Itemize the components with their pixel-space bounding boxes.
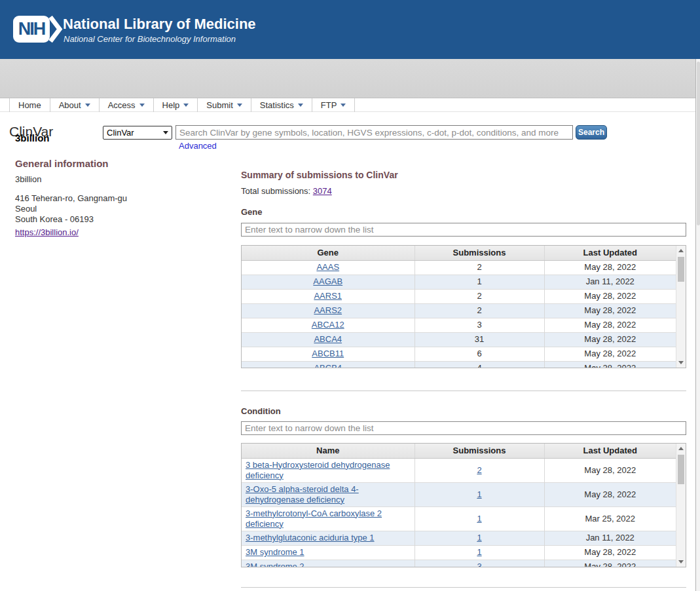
cell: 1 <box>414 545 544 560</box>
cell: ABCB11 <box>242 347 414 361</box>
table-row: 3-Oxo-5 alpha-steroid delta 4-dehydrogen… <box>242 482 676 506</box>
nav-item-help[interactable]: Help <box>154 98 198 112</box>
table-row: 3 beta-Hydroxysteroid dehydrogenase defi… <box>242 458 676 482</box>
table-row: AAGAB1Jan 11, 2022 <box>242 275 676 289</box>
cell: 2 <box>414 260 544 275</box>
nlm-header: NIH National Library of Medicine Nationa… <box>0 0 700 59</box>
gene-link[interactable]: ABCA4 <box>314 334 342 344</box>
condition-link[interactable]: 3-methylcrotonyl-CoA carboxylase 2 defic… <box>246 508 382 529</box>
nav-item-home[interactable]: Home <box>10 98 50 112</box>
scroll-down-icon[interactable] <box>676 557 686 567</box>
advanced-search-link[interactable]: Advanced <box>179 141 217 151</box>
search-input[interactable] <box>175 125 573 140</box>
cell: 1 <box>414 482 544 506</box>
cell: ABCA12 <box>242 318 414 332</box>
cell: 1 <box>414 531 544 545</box>
cell: 6 <box>414 347 544 361</box>
page-title: 3billion <box>15 132 50 143</box>
condition-table: Name Submissions Last Updated 3 beta-Hyd… <box>241 443 686 567</box>
cell: 3 beta-Hydroxysteroid dehydrogenase defi… <box>242 458 414 482</box>
cell: May 28, 2022 <box>544 332 676 347</box>
scrollbar-thumb[interactable] <box>697 62 700 225</box>
submission-count-link[interactable]: 1 <box>477 547 481 557</box>
table-row: ABCB44May 28, 2022 <box>242 361 676 368</box>
scroll-up-icon[interactable] <box>676 444 686 453</box>
cell: 2 <box>414 458 544 482</box>
gene-link[interactable]: AARS2 <box>314 305 342 315</box>
cell: 3-Oxo-5 alpha-steroid delta 4-dehydrogen… <box>242 482 414 506</box>
scroll-up-icon[interactable] <box>676 246 686 256</box>
submission-count-link[interactable]: 1 <box>477 514 481 524</box>
cell: May 28, 2022 <box>544 458 676 482</box>
nav-item-submit[interactable]: Submit <box>198 98 251 112</box>
cell: 2 <box>414 289 544 303</box>
page-scrollbar[interactable] <box>695 59 700 591</box>
condition-filter-input[interactable] <box>241 421 686 435</box>
table-row: ABCA123May 28, 2022 <box>242 318 676 332</box>
nlm-title[interactable]: National Library of Medicine <box>63 16 256 33</box>
gene-link[interactable]: AAAS <box>316 262 339 272</box>
gene-filter-input[interactable] <box>241 223 686 237</box>
scrollbar-thumb[interactable] <box>678 455 684 484</box>
cell: 3-methylcrotonyl-CoA carboxylase 2 defic… <box>242 506 414 531</box>
gene-section-label: Gene <box>241 207 263 217</box>
gene-table-scrollbar[interactable] <box>676 246 686 368</box>
submission-count-link[interactable]: 1 <box>477 533 481 543</box>
nav-label: Submit <box>206 100 232 110</box>
scrollbar-thumb[interactable] <box>678 257 684 282</box>
cell: Jan 11, 2022 <box>544 275 676 289</box>
nih-logo-icon[interactable]: NIH <box>13 16 50 43</box>
cell: May 28, 2022 <box>544 289 676 303</box>
table-row: 3M syndrome 11May 28, 2022 <box>242 545 676 560</box>
total-submissions: Total submissions: 3074 <box>241 186 332 196</box>
chevron-down-icon <box>237 104 242 107</box>
database-select[interactable]: ClinVar <box>103 126 172 140</box>
scroll-down-icon[interactable] <box>676 358 686 368</box>
nav-item-statistics[interactable]: Statistics <box>251 98 312 112</box>
cell: May 28, 2022 <box>544 482 676 506</box>
condition-link[interactable]: 3M syndrome 2 <box>246 562 304 567</box>
condition-link[interactable]: 3M syndrome 1 <box>246 547 304 557</box>
submitter-name: 3billion <box>15 174 41 184</box>
column-header-last-updated[interactable]: Last Updated <box>544 246 676 260</box>
summary-heading: Summary of submissions to ClinVar <box>241 170 398 180</box>
condition-link[interactable]: 3-Oxo-5 alpha-steroid delta 4-dehydrogen… <box>246 484 359 505</box>
submission-count-link[interactable]: 3 <box>477 562 481 567</box>
column-header-gene[interactable]: Gene <box>242 246 414 260</box>
chevron-down-icon <box>298 104 303 107</box>
table-row: AARS12May 28, 2022 <box>242 289 676 303</box>
table-row: AAAS2May 28, 2022 <box>242 260 676 275</box>
nav-label: Home <box>18 100 41 110</box>
cell: May 28, 2022 <box>544 361 676 368</box>
general-information-heading: General information <box>15 158 109 169</box>
condition-table-scrollbar[interactable] <box>676 444 686 567</box>
table-row: AARS22May 28, 2022 <box>242 303 676 318</box>
column-header-submissions[interactable]: Submissions <box>414 246 544 260</box>
cell: ABCB4 <box>242 361 414 368</box>
cell: May 28, 2022 <box>544 260 676 275</box>
cell: ABCA4 <box>242 332 414 347</box>
search-button[interactable]: Search <box>576 125 607 140</box>
nav-item-access[interactable]: Access <box>100 98 154 112</box>
bottom-divider <box>241 587 686 588</box>
cell: Jan 11, 2022 <box>544 531 676 545</box>
submission-count-link[interactable]: 2 <box>477 465 481 475</box>
column-header-name[interactable]: Name <box>242 444 414 458</box>
gene-link[interactable]: ABCB4 <box>314 363 342 368</box>
nav-item-ftp[interactable]: FTP <box>312 98 356 112</box>
gene-link[interactable]: ABCB11 <box>312 349 344 358</box>
condition-link[interactable]: 3 beta-Hydroxysteroid dehydrogenase defi… <box>246 460 390 480</box>
gene-link[interactable]: ABCA12 <box>312 320 344 330</box>
gene-link[interactable]: AAGAB <box>313 276 342 286</box>
submitter-website-link[interactable]: https://3billion.io/ <box>15 227 79 237</box>
column-header-submissions[interactable]: Submissions <box>414 444 544 458</box>
column-header-last-updated[interactable]: Last Updated <box>544 444 676 458</box>
submission-count-link[interactable]: 1 <box>477 489 481 499</box>
total-submissions-link[interactable]: 3074 <box>313 186 332 196</box>
gene-link[interactable]: AARS1 <box>314 291 342 301</box>
cell: May 28, 2022 <box>544 303 676 318</box>
condition-link[interactable]: 3-methylglutaconic aciduria type 1 <box>246 533 375 543</box>
nav-item-about[interactable]: About <box>50 98 100 112</box>
search-band: ClinVar ClinVar Search Advanced <box>0 59 700 98</box>
cell: 1 <box>414 275 544 289</box>
